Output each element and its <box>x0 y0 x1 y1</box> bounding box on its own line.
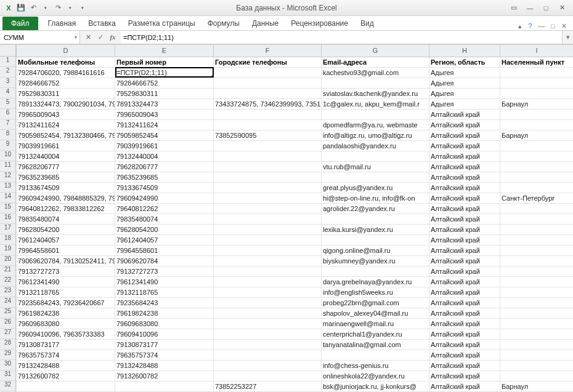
formula-bar-expand-icon[interactable]: ▾ <box>562 31 573 44</box>
doc-restore-icon[interactable]: □ <box>551 22 555 30</box>
row-header[interactable]: 9 <box>0 140 15 151</box>
cell[interactable] <box>500 119 574 130</box>
cell[interactable] <box>214 88 322 98</box>
cell[interactable]: Алтайский край <box>429 203 500 214</box>
cell[interactable] <box>322 78 429 88</box>
cell[interactable] <box>214 78 322 88</box>
row-header[interactable]: 11 <box>0 161 15 172</box>
cell[interactable]: 79529830311 <box>115 88 214 98</box>
cell[interactable]: 79965009043 <box>115 109 214 119</box>
row-header[interactable]: 5 <box>0 98 15 109</box>
cell[interactable]: Алтайский край <box>429 266 500 276</box>
cell[interactable] <box>500 224 574 234</box>
cell[interactable]: 79964558601 <box>115 245 214 255</box>
cell[interactable]: 79130873177 <box>115 339 214 350</box>
cell[interactable]: 79619824238 <box>17 308 115 318</box>
cell[interactable]: probeg22brn@gmail.com <box>322 297 429 308</box>
cell[interactable] <box>500 67 574 78</box>
cell[interactable]: 79612404057 <box>115 234 214 245</box>
cell[interactable] <box>500 161 574 172</box>
row-header[interactable]: 21 <box>0 266 15 276</box>
cell[interactable]: 79612404057 <box>17 234 115 245</box>
redo-dropdown-icon[interactable]: ▾ <box>65 3 75 13</box>
cell[interactable] <box>500 255 574 266</box>
cell[interactable] <box>500 214 574 224</box>
cell[interactable]: Алтайский край <box>429 109 500 119</box>
cell[interactable]: Алтайский край <box>429 318 500 329</box>
cell[interactable]: Алтайский край <box>429 161 500 172</box>
cell[interactable]: 79635239685 <box>115 172 214 182</box>
cell[interactable] <box>214 350 322 360</box>
cell[interactable] <box>500 287 574 297</box>
cell[interactable]: Алтайский край <box>429 151 500 161</box>
cell[interactable]: Адыгея <box>429 78 500 88</box>
cell[interactable]: 79628054200 <box>17 224 115 234</box>
cell[interactable] <box>214 214 322 224</box>
minimize-ribbon-icon[interactable]: ▭ <box>509 3 519 13</box>
row-header[interactable]: 32 <box>0 381 15 391</box>
minimize-icon[interactable]: — <box>525 3 535 13</box>
cell[interactable] <box>500 339 574 350</box>
cell[interactable] <box>322 109 429 119</box>
cell[interactable]: 79609410096 <box>115 329 214 339</box>
cell[interactable]: 79835480074 <box>115 214 214 224</box>
row-header[interactable]: 15 <box>0 203 15 214</box>
name-box-input[interactable] <box>2 33 73 42</box>
cell[interactable]: 79284666752 <box>17 78 115 88</box>
cell[interactable]: 79132411624 <box>115 119 214 130</box>
cell[interactable]: 79059852454 <box>115 130 214 140</box>
cell[interactable]: Алтайский край <box>429 224 500 234</box>
cell[interactable] <box>214 203 322 214</box>
row-header[interactable]: 27 <box>0 329 15 339</box>
row-header[interactable]: 4 <box>0 88 15 98</box>
cell[interactable]: Алтайский край <box>429 255 500 266</box>
cell[interactable]: 79039919661 <box>17 140 115 151</box>
header-cell[interactable]: Регион, область <box>429 57 500 67</box>
cell[interactable]: 79609424990 <box>115 193 214 203</box>
row-header[interactable]: 8 <box>0 130 15 140</box>
qat-customize-icon[interactable]: ▾ <box>78 3 87 13</box>
doc-minimize-icon[interactable]: — <box>538 22 545 30</box>
cell[interactable]: lexika.kursi@yandex.ru <box>322 224 429 234</box>
row-header[interactable]: 23 <box>0 287 15 297</box>
cell[interactable] <box>500 78 574 88</box>
cell[interactable]: biyskumney@yandex.ru <box>322 255 429 266</box>
ribbon-tab-view[interactable]: Вид <box>354 17 380 30</box>
name-box[interactable]: ▾ <box>0 31 80 44</box>
ribbon-tab-home[interactable]: Главная <box>42 17 83 30</box>
cell[interactable]: Алтайский край <box>429 381 500 391</box>
cell[interactable]: info@english5weeks.ru <box>322 287 429 297</box>
row-header[interactable]: 13 <box>0 182 15 193</box>
row-header[interactable]: 18 <box>0 234 15 245</box>
cell[interactable]: 79635239685 <box>17 172 115 182</box>
cell[interactable] <box>322 172 429 182</box>
cell[interactable]: darya.grebelnaya@yandex.ru <box>322 276 429 287</box>
cell[interactable]: 79132727273 <box>17 266 115 276</box>
cell[interactable] <box>500 350 574 360</box>
cell[interactable] <box>500 276 574 287</box>
cell[interactable]: 79628206777 <box>17 161 115 172</box>
cell[interactable] <box>500 234 574 245</box>
cell[interactable] <box>500 245 574 255</box>
column-header-F[interactable]: F <box>214 45 322 57</box>
cell[interactable]: Санкт-Петербург <box>500 193 574 203</box>
formula-cancel-icon[interactable]: ✕ <box>84 33 92 41</box>
cell[interactable] <box>214 370 322 381</box>
cell[interactable]: Алтайский край <box>429 182 500 193</box>
cell[interactable]: 79132118765 <box>115 287 214 297</box>
cell[interactable]: 78913324473, 79002901034, 7902 <box>17 98 115 109</box>
row-header[interactable]: 25 <box>0 308 15 318</box>
doc-close-icon[interactable]: ✕ <box>561 22 567 30</box>
row-header[interactable]: 17 <box>0 224 15 234</box>
cell[interactable]: Барнаул <box>500 381 574 391</box>
cell[interactable]: onlineshkola22@yandex.ru <box>322 370 429 381</box>
cell[interactable] <box>214 151 322 161</box>
header-cell[interactable]: Мобильные телефоны <box>17 57 115 67</box>
row-header[interactable]: 26 <box>0 318 15 329</box>
cell[interactable]: Алтайский край <box>429 360 500 370</box>
ribbon-tab-insert[interactable]: Вставка <box>82 17 122 30</box>
row-header[interactable]: 29 <box>0 350 15 360</box>
cell[interactable]: 73852590095 <box>214 130 322 140</box>
cell[interactable]: sviatoslav.tkachenk@yandex.ru <box>322 88 429 98</box>
cell[interactable]: qigong.online@mail.ru <box>322 245 429 255</box>
